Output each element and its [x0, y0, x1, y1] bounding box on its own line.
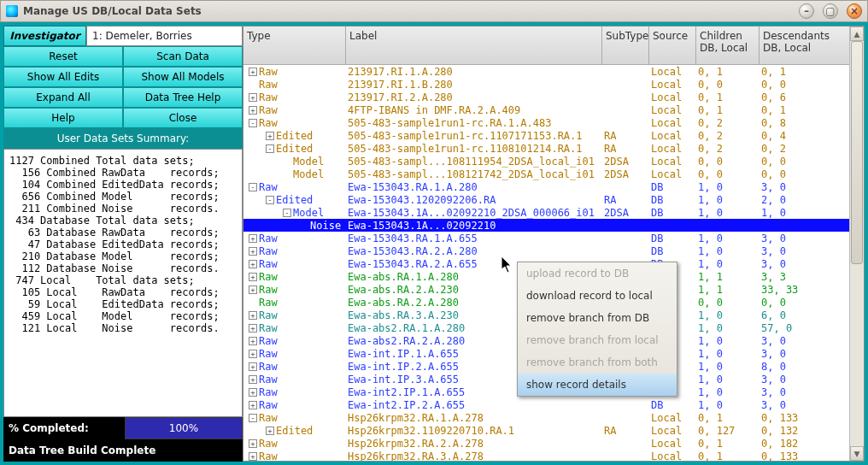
expand-icon[interactable]: +: [249, 273, 257, 281]
scan-data-button[interactable]: Scan Data: [123, 46, 243, 67]
tree-body[interactable]: +Raw213917.RI.1.A.280Local0, 10, 1Raw213…: [243, 65, 864, 461]
tree-row[interactable]: -ModelEwa-153043.1A...02092210_2DSA_0000…: [243, 206, 864, 219]
row-children: 0, 0: [698, 156, 761, 168]
maximize-button[interactable]: ▢: [823, 3, 838, 19]
row-descendants: 3, 0: [761, 348, 836, 360]
expand-icon[interactable]: +: [249, 247, 257, 256]
tree-row[interactable]: -EditedEwa-153043.1202092206.RARADB1, 02…: [243, 193, 864, 206]
investigator-button[interactable]: Investigator: [3, 26, 86, 46]
context-menu-item[interactable]: remove branch from DB: [518, 307, 677, 329]
tree-row[interactable]: +RawEwa-153043.RA.1.A.655DB1, 03, 0: [243, 232, 864, 244]
row-descendants: 3, 0: [761, 335, 836, 347]
row-label: 213917.RI.2.A.280: [348, 91, 604, 103]
tree-row[interactable]: +RawEwa-int2.IP.2.A.655DB1, 03, 0: [243, 398, 864, 411]
tree-row[interactable]: -RawHsp26krpm32.RA.1.A.278Local0, 10, 13…: [243, 411, 864, 424]
expand-icon[interactable]: +: [249, 439, 257, 448]
expand-icon[interactable]: +: [249, 234, 257, 243]
expand-icon[interactable]: +: [249, 68, 257, 76]
tree-row[interactable]: Model505-483-sampl...108111954_2DSA_loca…: [243, 155, 864, 168]
data-tree-help-button[interactable]: Data Tree Help: [123, 87, 243, 108]
reset-button[interactable]: Reset: [3, 46, 123, 67]
sidebar: Investigator 1: Demeler, Borries Reset S…: [3, 26, 243, 462]
row-descendants: 0, 0: [761, 156, 836, 168]
row-label: Hsp26krpm32.RA.3.A.278: [348, 450, 604, 462]
close-button[interactable]: Close: [123, 108, 243, 128]
col-header-subtype[interactable]: SubType: [602, 26, 649, 64]
expand-icon[interactable]: +: [249, 362, 257, 371]
row-label: 505-483-sampl...108121742_2DSA_local_i01: [348, 168, 604, 180]
expand-icon[interactable]: +: [249, 350, 257, 358]
col-header-children[interactable]: Children DB, Local: [696, 26, 760, 64]
tree-row[interactable]: +RawEwa-153043.RA.2.A.280DB1, 03, 0: [243, 244, 864, 257]
tree-row[interactable]: -Raw505-483-sample1run1-rc.RA.1.A.483Loc…: [243, 116, 864, 129]
tree-row[interactable]: +RawHsp26krpm32.RA.3.A.278Local0, 10, 13…: [243, 450, 864, 461]
collapse-icon[interactable]: -: [266, 144, 274, 153]
col-header-source[interactable]: Source: [649, 26, 696, 64]
context-menu-item[interactable]: show record details: [518, 374, 677, 396]
tree-row[interactable]: +Raw4FTP-IBANS in DMF.RA.2.A.409Local0, …: [243, 103, 864, 116]
row-descendants: 3, 0: [761, 232, 836, 244]
tree-row[interactable]: Model505-483-sampl...108121742_2DSA_loca…: [243, 168, 864, 180]
expand-icon[interactable]: +: [249, 452, 257, 461]
row-type: Raw: [259, 181, 278, 193]
scroll-thumb[interactable]: [851, 41, 863, 264]
collapse-icon[interactable]: -: [249, 183, 257, 191]
tree-row[interactable]: +Raw213917.RI.1.A.280Local0, 10, 1: [243, 65, 864, 78]
collapse-icon[interactable]: -: [249, 119, 257, 127]
tree-row[interactable]: Raw213917.RI.1.B.280Local0, 00, 0: [243, 78, 864, 91]
scroll-down-button[interactable]: ▼: [850, 446, 864, 461]
show-all-edits-button[interactable]: Show All Edits: [3, 67, 123, 87]
tree-panel: Type Label SubType Source Children DB, L…: [243, 26, 865, 462]
expand-icon[interactable]: +: [249, 337, 257, 345]
expand-all-button[interactable]: Expand All: [3, 87, 123, 108]
row-type: Raw: [259, 322, 278, 334]
row-type: Edited: [276, 143, 313, 155]
row-descendants: 3, 0: [761, 399, 836, 411]
collapse-icon[interactable]: -: [266, 196, 274, 204]
tree-row[interactable]: +EditedHsp26krpm32.1109220710.RA.1RALoca…: [243, 424, 864, 437]
row-label: 505-483-sampl...108111954_2DSA_local_i01: [348, 156, 604, 168]
close-window-button[interactable]: ×: [847, 3, 862, 19]
scroll-up-button[interactable]: ▲: [850, 26, 864, 41]
row-source: DB: [651, 399, 698, 411]
expand-icon[interactable]: +: [249, 93, 257, 102]
expand-icon[interactable]: +: [249, 324, 257, 333]
collapse-icon[interactable]: -: [249, 414, 257, 422]
row-descendants: 0, 0: [761, 168, 836, 180]
row-label: Ewa-153043.RA.2.A.280: [348, 245, 604, 257]
row-type: Raw: [259, 297, 278, 309]
investigator-field[interactable]: 1: Demeler, Borries: [86, 26, 243, 46]
expand-icon[interactable]: +: [249, 388, 257, 397]
minimize-button[interactable]: –: [799, 3, 814, 19]
context-menu-item[interactable]: download record to local: [518, 285, 677, 307]
context-menu[interactable]: upload record to DBdownload record to lo…: [517, 262, 677, 397]
col-header-label[interactable]: Label: [346, 26, 602, 64]
tree-row[interactable]: +Raw213917.RI.2.A.280Local0, 10, 6: [243, 91, 864, 103]
expand-icon[interactable]: +: [266, 132, 274, 140]
tree-row[interactable]: -Edited505-483-sample1run1-rc.1108101214…: [243, 142, 864, 155]
row-descendants: 0, 8: [761, 117, 836, 129]
vertical-scrollbar[interactable]: ▲ ▼: [849, 26, 864, 461]
expand-icon[interactable]: +: [249, 401, 257, 409]
tree-row[interactable]: +RawHsp26krpm32.RA.2.A.278Local0, 10, 18…: [243, 437, 864, 450]
collapse-icon[interactable]: -: [283, 209, 291, 217]
row-subtype: 2DSA: [604, 156, 651, 168]
expand-icon[interactable]: +: [249, 285, 257, 294]
cursor-icon: [501, 256, 513, 274]
expand-icon[interactable]: +: [249, 106, 257, 115]
expand-icon[interactable]: +: [249, 375, 257, 384]
row-descendants: 3, 0: [761, 245, 836, 257]
expand-icon[interactable]: +: [249, 260, 257, 268]
tree-row[interactable]: NoiseEwa-153043.1A...02092210: [243, 219, 864, 232]
col-header-descendants[interactable]: Descendants DB, Local: [760, 26, 835, 64]
tree-row[interactable]: +Edited505-483-sample1run1-rc.1107171153…: [243, 129, 864, 142]
status-bar: Data Tree Build Complete: [3, 439, 243, 462]
col-header-type[interactable]: Type: [243, 26, 346, 64]
tree-row[interactable]: -RawEwa-153043.RA.1.A.280DB1, 03, 0: [243, 180, 864, 193]
expand-icon[interactable]: +: [266, 427, 274, 435]
row-label: Hsp26krpm32.RA.1.A.278: [348, 412, 604, 424]
row-label: 213917.RI.1.A.280: [348, 66, 604, 78]
help-button[interactable]: Help: [3, 108, 123, 128]
expand-icon[interactable]: +: [249, 311, 257, 320]
show-all-models-button[interactable]: Show All Models: [123, 67, 243, 87]
